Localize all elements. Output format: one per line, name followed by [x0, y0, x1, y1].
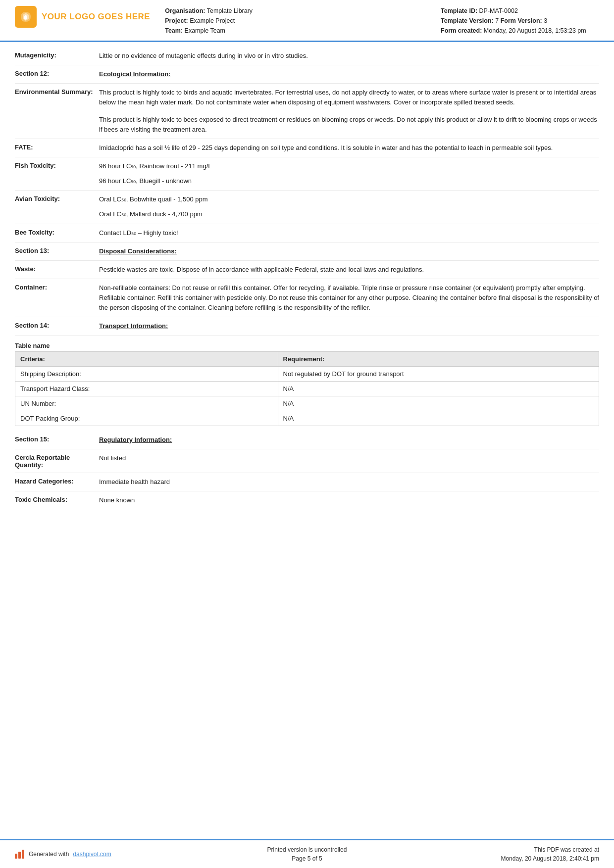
bee-toxicity-value: Contact LD₅₀ – Highly toxic!: [99, 228, 599, 238]
header-meta: Organisation: Template Library Project: …: [150, 6, 441, 36]
toxic-row: Toxic Chemicals: None known: [15, 491, 599, 509]
section13-heading: Disposal Considerations:: [99, 246, 599, 256]
bar1: [15, 854, 17, 859]
transport-table: Criteria: Requirement: Shipping Descript…: [15, 351, 599, 426]
env-summary-value: This product is highly toxic to birds an…: [99, 88, 599, 135]
container-row: Container: Non-refillable containers: Do…: [15, 279, 599, 317]
toxic-value: None known: [99, 495, 599, 505]
pdf-date: Monday, 20 August 2018, 2:40:41 pm: [451, 854, 599, 863]
project-line: Project: Example Project: [165, 16, 441, 26]
dashpivot-link[interactable]: dashpivot.com: [73, 851, 111, 858]
section15-label: Section 15:: [15, 435, 99, 445]
page: YOUR LOGO GOES HERE Organisation: Templa…: [0, 0, 614, 868]
table-cell-requirement: N/A: [278, 381, 599, 396]
footer: Generated with dashpivot.com Printed ver…: [0, 839, 614, 868]
cercla-row: Cercla Reportable Quantity: Not listed: [15, 449, 599, 473]
table-row: Transport Hazard Class:N/A: [15, 381, 599, 396]
team-line: Team: Example Team: [165, 26, 441, 36]
footer-center: Printed version is uncontrolled Page 5 o…: [163, 845, 451, 863]
logo-icon: [15, 6, 37, 28]
logo-text: YOUR LOGO GOES HERE: [42, 12, 150, 22]
section15-row: Section 15: Regulatory Information:: [15, 431, 599, 449]
section13-row: Section 13: Disposal Considerations:: [15, 242, 599, 261]
table-row: UN Number:N/A: [15, 396, 599, 411]
transport-table-section: Table name Criteria: Requirement: Shippi…: [15, 342, 599, 426]
section14-label: Section 14:: [15, 321, 99, 331]
table-cell-requirement: Not regulated by DOT for ground transpor…: [278, 366, 599, 381]
section12-label: Section 12:: [15, 69, 99, 79]
avian-toxicity-row: Avian Toxicity: Oral LC₅₀, Bobwhite quai…: [15, 191, 599, 224]
section12-heading: Ecological Information:: [99, 69, 599, 79]
bee-toxicity-label: Bee Toxicity:: [15, 228, 99, 238]
hazard-label: Hazard Categories:: [15, 477, 99, 487]
table-row: DOT Packing Group:N/A: [15, 411, 599, 426]
table-title: Table name: [15, 342, 599, 349]
section15-heading: Regulatory Information:: [99, 435, 599, 445]
cercla-label: Cercla Reportable Quantity:: [15, 453, 99, 469]
section12-row: Section 12: Ecological Information:: [15, 65, 599, 84]
table-header-requirement: Requirement:: [278, 351, 599, 366]
footer-left: Generated with dashpivot.com: [15, 850, 163, 859]
page-text: Page 5 of 5: [163, 854, 451, 863]
avian-toxicity-label: Avian Toxicity:: [15, 194, 99, 219]
env-summary-label: Environmental Summary:: [15, 88, 99, 135]
mutagenicity-label: Mutagenicity:: [15, 51, 99, 61]
bar3: [22, 850, 24, 859]
table-cell-requirement: N/A: [278, 411, 599, 426]
table-cell-criteria: Transport Hazard Class:: [15, 381, 278, 396]
table-cell-criteria: UN Number:: [15, 396, 278, 411]
logo-area: YOUR LOGO GOES HERE: [15, 6, 150, 28]
container-value: Non-refillable containers: Do not reuse …: [99, 283, 599, 313]
hazard-row: Hazard Categories: Immediate health haza…: [15, 473, 599, 491]
env-summary-p2: This product is highly toxic to bees exp…: [99, 115, 599, 135]
fish-toxicity-p2: 96 hour LC₅₀, Bluegill - unknown: [99, 176, 599, 186]
content: Mutagenicity: Little or no evidence of m…: [0, 42, 614, 839]
env-summary-row: Environmental Summary: This product is h…: [15, 84, 599, 139]
mutagenicity-value: Little or no evidence of mutagenic effec…: [99, 51, 599, 61]
header-meta-right: Template ID: DP-MAT-0002 Template Versio…: [441, 6, 599, 36]
section14-heading: Transport Information:: [99, 321, 599, 331]
table-header-criteria: Criteria:: [15, 351, 278, 366]
avian-toxicity-p1: Oral LC₅₀, Bobwhite quail - 1,500 ppm: [99, 194, 599, 204]
footer-right: This PDF was created at Monday, 20 Augus…: [451, 845, 599, 863]
table-cell-requirement: N/A: [278, 396, 599, 411]
section13-label: Section 13:: [15, 246, 99, 256]
fate-value: Imidacloprid has a soil ½ life of 29 - 2…: [99, 143, 599, 153]
waste-row: Waste: Pesticide wastes are toxic. Dispo…: [15, 261, 599, 279]
cercla-value: Not listed: [99, 453, 599, 469]
footer-logo-bars: [15, 850, 24, 859]
fate-label: FATE:: [15, 143, 99, 153]
table-cell-criteria: Shipping Description:: [15, 366, 278, 381]
fish-toxicity-p1: 96 hour LC₅₀, Rainbow trout - 211 mg/L: [99, 161, 599, 171]
toxic-label: Toxic Chemicals:: [15, 495, 99, 505]
bar2: [18, 852, 21, 859]
section14-row: Section 14: Transport Information:: [15, 317, 599, 336]
form-created-line: Form created: Monday, 20 August 2018, 1:…: [441, 26, 599, 36]
pdf-text: This PDF was created at: [451, 845, 599, 854]
mutagenicity-row: Mutagenicity: Little or no evidence of m…: [15, 47, 599, 65]
table-row: Shipping Description:Not regulated by DO…: [15, 366, 599, 381]
fish-toxicity-label: Fish Toxicity:: [15, 161, 99, 186]
footer-logo: Generated with dashpivot.com: [15, 850, 111, 859]
template-id-line: Template ID: DP-MAT-0002: [441, 6, 599, 16]
header: YOUR LOGO GOES HERE Organisation: Templa…: [0, 0, 614, 42]
template-version-line: Template Version: 7 Form Version: 3: [441, 16, 599, 26]
hazard-value: Immediate health hazard: [99, 477, 599, 487]
generated-text: Generated with: [29, 851, 69, 858]
fate-row: FATE: Imidacloprid has a soil ½ life of …: [15, 139, 599, 157]
fish-toxicity-row: Fish Toxicity: 96 hour LC₅₀, Rainbow tro…: [15, 157, 599, 191]
table-header-row: Criteria: Requirement:: [15, 351, 599, 366]
avian-toxicity-value: Oral LC₅₀, Bobwhite quail - 1,500 ppm Or…: [99, 194, 599, 219]
waste-label: Waste:: [15, 265, 99, 275]
table-cell-criteria: DOT Packing Group:: [15, 411, 278, 426]
container-label: Container:: [15, 283, 99, 313]
fish-toxicity-value: 96 hour LC₅₀, Rainbow trout - 211 mg/L 9…: [99, 161, 599, 186]
avian-toxicity-p2: Oral LC₅₀, Mallard duck - 4,700 ppm: [99, 209, 599, 219]
org-line: Organisation: Template Library: [165, 6, 441, 16]
printed-text: Printed version is uncontrolled: [163, 845, 451, 854]
env-summary-p1: This product is highly toxic to birds an…: [99, 88, 599, 107]
bee-toxicity-row: Bee Toxicity: Contact LD₅₀ – Highly toxi…: [15, 224, 599, 242]
waste-value: Pesticide wastes are toxic. Dispose of i…: [99, 265, 599, 275]
